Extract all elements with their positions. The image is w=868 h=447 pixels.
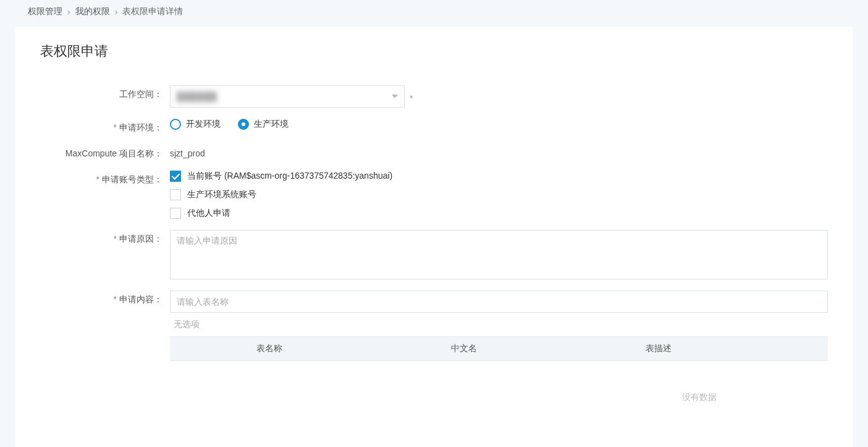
env-label: 申请环境： (40, 119, 170, 134)
checkbox-icon (170, 189, 181, 200)
no-option-text: 无选项 (170, 313, 828, 336)
env-radio-prod[interactable]: 生产环境 (238, 119, 289, 130)
col-table-name: 表名称 (244, 343, 439, 354)
breadcrumb-root[interactable]: 权限管理 (28, 6, 62, 17)
reason-label: 申请原因： (40, 230, 170, 245)
main-panel: 表权限申请 工作空间： ██████ * 申请环境： 开发环境 生产环境 Max… (15, 27, 853, 447)
chevron-right-icon: › (67, 7, 70, 17)
env-prod-label: 生产环境 (254, 119, 289, 130)
env-dev-label: 开发环境 (186, 119, 221, 130)
workspace-required-mark: * (410, 90, 413, 103)
checkbox-icon (170, 208, 181, 219)
table-search-input[interactable] (170, 291, 828, 313)
breadcrumb-mine[interactable]: 我的权限 (75, 6, 110, 17)
workspace-value: ██████ (177, 92, 217, 101)
account-type-proxy-checkbox[interactable]: 代他人申请 (170, 208, 392, 219)
col-desc: 表描述 (633, 343, 828, 354)
page-title: 表权限申请 (40, 42, 828, 61)
account-type-proxy-label: 代他人申请 (187, 208, 230, 219)
radio-icon (170, 119, 181, 130)
table-header: 表名称 中文名 表描述 (170, 336, 828, 361)
content-label: 申请内容： (40, 291, 170, 305)
workspace-label: 工作空间： (40, 85, 170, 100)
checkbox-icon (170, 171, 181, 182)
table-empty: 没有数据 (170, 361, 828, 409)
account-type-current-label: 当前账号 (RAM$ascm-org-1637375742835:yanshua… (187, 171, 392, 182)
env-radio-dev[interactable]: 开发环境 (170, 119, 221, 130)
chevron-down-icon (392, 95, 398, 98)
account-type-current-checkbox[interactable]: 当前账号 (RAM$ascm-org-1637375742835:yanshua… (170, 171, 392, 182)
project-label: MaxCompute 项目名称： (40, 145, 170, 160)
col-cn-name: 中文名 (439, 343, 633, 354)
radio-icon (238, 119, 249, 130)
account-type-prodsys-checkbox[interactable]: 生产环境系统账号 (170, 189, 392, 200)
account-type-prodsys-label: 生产环境系统账号 (187, 189, 256, 200)
project-value: sjzt_prod (170, 145, 205, 158)
breadcrumb: 权限管理 › 我的权限 › 表权限申请详情 (0, 0, 868, 23)
reason-textarea[interactable] (170, 230, 828, 279)
workspace-select[interactable]: ██████ (170, 85, 405, 108)
breadcrumb-current: 表权限申请详情 (122, 6, 183, 17)
chevron-right-icon: › (115, 7, 118, 17)
account-type-label: 申请账号类型： (40, 171, 170, 185)
